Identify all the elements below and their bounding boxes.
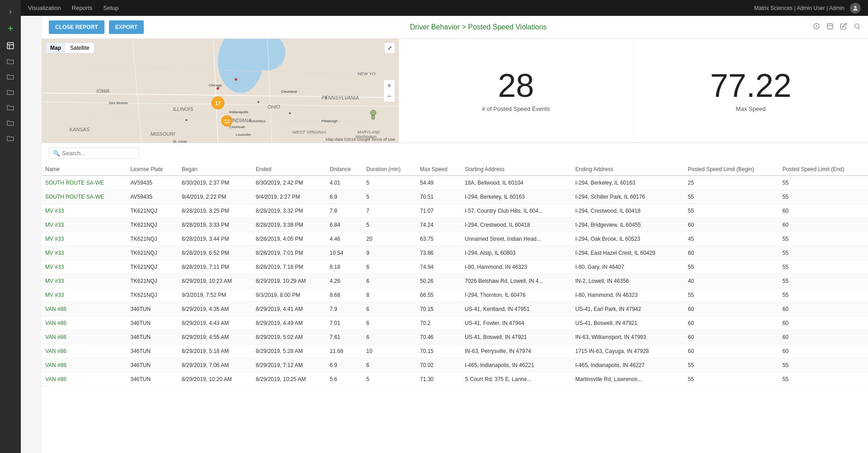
row-began: 9/3/2019, 7:52 PM bbox=[178, 288, 252, 302]
row-name-link[interactable]: VAN #86 bbox=[45, 320, 66, 326]
action-bar: CLOSE REPORT EXPORT Driver Behavior > Po… bbox=[42, 16, 868, 39]
svg-text:OHIO: OHIO bbox=[268, 104, 280, 110]
row-psl-end: 55 bbox=[779, 358, 868, 372]
row-name-link[interactable]: VAN #86 bbox=[45, 334, 66, 340]
svg-text:Pittsburgh: Pittsburgh bbox=[321, 119, 338, 123]
row-plate: TK621NQJ bbox=[127, 288, 178, 302]
svg-point-51 bbox=[371, 110, 376, 115]
search-input-wrap: 🔍 bbox=[49, 148, 139, 159]
search-icon[interactable] bbox=[854, 23, 861, 32]
row-plate: 346TUN bbox=[127, 330, 178, 344]
row-endaddr: I-294, Schiller Park, IL 60176 bbox=[572, 190, 684, 204]
table-row: MV #33 TK621NQJ 9/3/2019, 7:52 PM 9/3/20… bbox=[42, 288, 868, 302]
row-began: 8/29/2019, 4:55 AM bbox=[178, 330, 252, 344]
row-startaddr: I-294, Thornton, IL 60476 bbox=[461, 288, 572, 302]
svg-point-24 bbox=[185, 119, 187, 121]
row-ended: 8/29/2019, 5:28 AM bbox=[252, 344, 326, 358]
row-psl-begin: 60 bbox=[684, 246, 779, 260]
map-attribution: Map data ©2019 Google Terms of Use bbox=[326, 137, 395, 142]
row-began: 8/28/2019, 6:52 PM bbox=[178, 246, 252, 260]
folder-icon-4[interactable] bbox=[4, 100, 17, 114]
export-button[interactable]: EXPORT bbox=[109, 20, 144, 34]
row-name-link[interactable]: VAN #86 bbox=[45, 376, 66, 382]
row-startaddr: US-41, Fowler, IN 47944 bbox=[461, 316, 572, 330]
row-distance: 6.9 bbox=[326, 358, 363, 372]
map-tab-map[interactable]: Map bbox=[46, 43, 66, 53]
row-distance: 7.01 bbox=[326, 316, 363, 330]
close-report-button[interactable]: CLOSE REPORT bbox=[49, 20, 104, 34]
map-zoom-controls: + − bbox=[383, 80, 395, 102]
row-name-link[interactable]: VAN #86 bbox=[45, 362, 66, 368]
row-duration: 6 bbox=[363, 316, 416, 330]
table-body: SOUTH ROUTE SA-WE AV59435 8/30/2019, 2:3… bbox=[42, 176, 868, 386]
svg-text:MARYLAND: MARYLAND bbox=[358, 130, 380, 134]
row-name-link[interactable]: SOUTH ROUTE SA-WE bbox=[45, 194, 104, 200]
folder-icon-1[interactable] bbox=[4, 54, 17, 68]
zoom-out-button[interactable]: − bbox=[384, 91, 395, 102]
row-psl-begin: 55 bbox=[684, 372, 779, 386]
row-plate: AV59435 bbox=[127, 190, 178, 204]
table-row: MV #33 TK621NQJ 8/29/2019, 10:23 AM 8/29… bbox=[42, 274, 868, 288]
row-duration: 9 bbox=[363, 246, 416, 260]
row-name-link[interactable]: MV #33 bbox=[45, 236, 64, 242]
row-duration: 7 bbox=[363, 204, 416, 218]
clock-icon[interactable] bbox=[813, 23, 820, 32]
row-name-link[interactable]: MV #33 bbox=[45, 292, 64, 298]
row-psl-end: 60 bbox=[779, 330, 868, 344]
row-endaddr: US-41, Earl Park, IN 47942 bbox=[572, 302, 684, 316]
row-ended: 8/29/2019, 10:29 AM bbox=[252, 274, 326, 288]
row-name-link[interactable]: VAN #86 bbox=[45, 306, 66, 312]
svg-line-10 bbox=[859, 28, 860, 29]
row-began: 8/28/2019, 7:11 PM bbox=[178, 260, 252, 274]
folder-icon-5[interactable] bbox=[4, 116, 17, 129]
row-name-link[interactable]: MV #33 bbox=[45, 250, 64, 256]
calendar-icon[interactable] bbox=[826, 23, 834, 32]
stat-box-speed: 77.22 Max Speed bbox=[634, 39, 868, 143]
search-icon-char: 🔍 bbox=[53, 150, 60, 157]
row-duration: 6 bbox=[363, 260, 416, 274]
row-maxspeed: 70.2 bbox=[416, 316, 461, 330]
row-startaddr: I-80, Hammond, IN 46323 bbox=[461, 260, 572, 274]
svg-text:11: 11 bbox=[224, 119, 230, 124]
row-name-link[interactable]: VAN #86 bbox=[45, 348, 66, 354]
svg-text:Indianapolis: Indianapolis bbox=[229, 110, 248, 114]
row-name-link[interactable]: MV #33 bbox=[45, 208, 64, 214]
row-endaddr: I-465, Indianapolis, IN 46227 bbox=[572, 358, 684, 372]
folder-icon-2[interactable] bbox=[4, 70, 17, 83]
folder-icon-3[interactable] bbox=[4, 85, 17, 99]
row-distance: 4.26 bbox=[326, 274, 363, 288]
svg-rect-5 bbox=[827, 24, 833, 29]
row-psl-end: 60 bbox=[779, 344, 868, 358]
table-row: MV #33 TK621NQJ 8/28/2019, 7:11 PM 8/28/… bbox=[42, 260, 868, 274]
row-endaddr: I-294, East Hazel Crest, IL 60429 bbox=[572, 246, 684, 260]
row-name-link[interactable]: MV #33 bbox=[45, 222, 64, 228]
row-name-link[interactable]: MV #33 bbox=[45, 278, 64, 284]
row-psl-begin: 55 bbox=[684, 288, 779, 302]
row-name-link[interactable]: MV #33 bbox=[45, 264, 64, 270]
row-psl-end: 55 bbox=[779, 274, 868, 288]
row-ended: 8/29/2019, 7:12 AM bbox=[252, 358, 326, 372]
edit-icon[interactable] bbox=[840, 23, 847, 32]
search-input[interactable] bbox=[62, 150, 135, 157]
col-plate: License Plate bbox=[127, 163, 178, 176]
svg-text:INDIANA: INDIANA bbox=[231, 118, 251, 123]
row-name-link[interactable]: SOUTH ROUTE SA-WE bbox=[45, 180, 104, 186]
row-duration: 5 bbox=[363, 372, 416, 386]
table-row: VAN #86 346TUN 8/29/2019, 4:43 AM 8/29/2… bbox=[42, 316, 868, 330]
collapse-icon[interactable]: › bbox=[4, 5, 17, 18]
folder-icon-6[interactable] bbox=[4, 131, 17, 145]
row-duration: 20 bbox=[363, 232, 416, 246]
map-expand-button[interactable]: ⤢ bbox=[384, 43, 395, 53]
row-plate: AV59435 bbox=[127, 176, 178, 190]
row-duration: 6 bbox=[363, 358, 416, 372]
zoom-in-button[interactable]: + bbox=[384, 80, 395, 91]
row-duration: 6 bbox=[363, 330, 416, 344]
map-tab-satellite[interactable]: Satellite bbox=[66, 43, 94, 53]
row-began: 9/4/2019, 2:22 PM bbox=[178, 190, 252, 204]
map-nav-icon[interactable] bbox=[4, 39, 17, 52]
row-psl-begin: 55 bbox=[684, 204, 779, 218]
row-began: 8/29/2019, 7:06 AM bbox=[178, 358, 252, 372]
plus-icon[interactable]: + bbox=[4, 22, 17, 35]
content-row: Map Satellite ⤢ bbox=[42, 39, 868, 143]
row-began: 8/29/2019, 10:23 AM bbox=[178, 274, 252, 288]
